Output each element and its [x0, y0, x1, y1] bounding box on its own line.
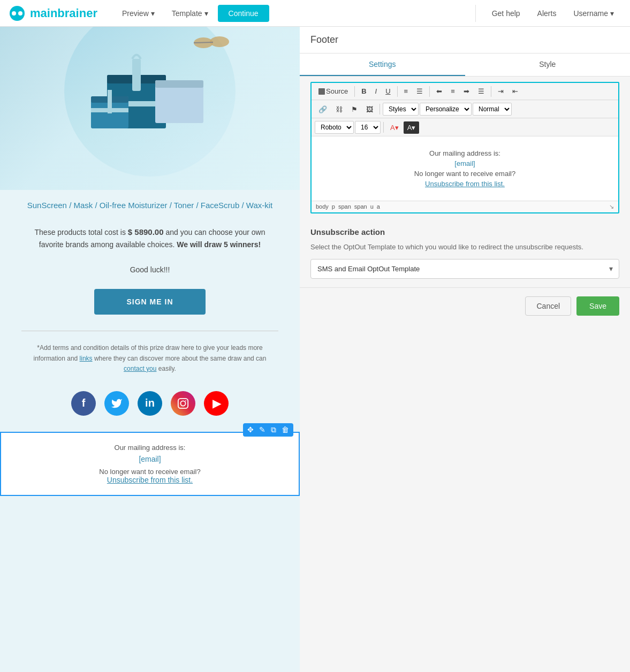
svg-point-2 [18, 11, 22, 16]
indent-button[interactable]: ⇥ [494, 85, 507, 97]
svg-rect-9 [132, 59, 141, 91]
logo-text: mainbrainer [30, 6, 97, 20]
resize-handle[interactable]: ↘ [609, 203, 614, 210]
save-button[interactable]: Save [576, 296, 619, 316]
svg-rect-12 [155, 80, 203, 88]
footer-edit-button[interactable]: ✎ [257, 424, 268, 436]
align-center-button[interactable]: ≡ [447, 85, 459, 97]
footer-delete-button[interactable]: 🗑 [279, 424, 291, 436]
terms-text: *Add terms and condition details of this… [0, 337, 300, 380]
italic-button[interactable]: I [371, 85, 381, 97]
cancel-button[interactable]: Cancel [525, 296, 571, 316]
editor-no-longer-text: No longer want to receive email? [322, 170, 608, 178]
product-links-text[interactable]: SunScreen / Mask / Oil-free Moisturizer … [27, 201, 272, 210]
editor-statusbar: body p span span u a ↘ [312, 201, 618, 212]
toolbar-separator-6 [383, 122, 384, 133]
nav-links: Preview ▾ Template ▾ Continue [115, 5, 475, 22]
linkedin-icon[interactable]: in [138, 391, 162, 416]
youtube-icon[interactable]: ▶ [204, 391, 229, 416]
bold-button[interactable]: B [358, 85, 370, 97]
nav-alerts[interactable]: Alerts [530, 5, 564, 22]
svg-point-19 [185, 400, 186, 401]
facebook-icon[interactable]: f [71, 391, 96, 416]
align-right-button[interactable]: ➡ [460, 85, 473, 97]
right-content-wrap: Source B I U ≡ ☰ ⬅ ≡ ➡ ☰ ⇥ ⇤ [300, 82, 630, 287]
sign-me-in-button[interactable]: SIGN ME IN [94, 289, 205, 315]
hero-circle [64, 27, 236, 177]
settings-tabs: Settings Style [300, 54, 630, 77]
styles-select[interactable]: Styles [383, 103, 419, 116]
terms-contact-link[interactable]: contact you [124, 365, 156, 372]
underline-button[interactable]: U [382, 85, 394, 97]
svg-point-18 [180, 401, 185, 406]
statusbar-tag-span1: span [338, 203, 351, 210]
statusbar-tag-span2: span [354, 203, 367, 210]
editor-content[interactable]: Our mailing address is: [email] No longe… [312, 136, 618, 201]
action-buttons: Cancel Save [300, 287, 630, 324]
prize-text: These products total cost is $ 5890.00 a… [0, 215, 300, 261]
tab-style[interactable]: Style [465, 54, 631, 76]
signup-btn-wrap: SIGN ME IN [0, 278, 300, 325]
editor-mailing-text: Our mailing address is: [322, 149, 608, 157]
prize-amount: $ 5890.00 [128, 227, 164, 236]
align-left-button[interactable]: ⬅ [432, 85, 446, 97]
editor-toolbar-row1: Source B I U ≡ ☰ ⬅ ≡ ➡ ☰ ⇥ ⇤ [312, 83, 618, 100]
terms-links-link[interactable]: links [80, 355, 93, 362]
unsubscribe-action-title: Unsubscribe action [310, 227, 619, 236]
section-divider [21, 331, 278, 331]
outdent-button[interactable]: ⇤ [508, 85, 522, 97]
format-select[interactable]: Normal [473, 103, 512, 116]
footer-mailing-text: Our mailing address is: [12, 444, 288, 452]
statusbar-tags: body p span span u a [316, 203, 380, 210]
chevron-down-icon: ▾ [151, 9, 155, 18]
right-panel: Footer Settings Style Source B I U [300, 27, 630, 672]
twitter-icon[interactable] [104, 391, 129, 416]
bg-color-button[interactable]: A▾ [404, 121, 420, 134]
footer-copy-button[interactable]: ⧉ [269, 424, 278, 436]
chevron-down-icon: ▾ [204, 9, 208, 18]
main-layout: SunScreen / Mask / Oil-free Moisturizer … [0, 27, 630, 672]
size-select[interactable]: 16 [355, 121, 381, 134]
footer-email-link[interactable]: [email] [139, 455, 161, 463]
unsubscribe-select[interactable]: SMS and Email OptOut Template Email OptO… [310, 259, 619, 279]
footer-move-button[interactable]: ✥ [245, 424, 256, 436]
nav-preview[interactable]: Preview ▾ [115, 5, 162, 22]
editor-unsub-link[interactable]: Unsubscribe from this list. [425, 180, 505, 188]
chevron-down-icon: ▾ [610, 9, 614, 18]
unlink-button[interactable]: ⛓ [332, 103, 346, 116]
tab-settings[interactable]: Settings [300, 54, 465, 76]
prize-bold: We will draw 5 winners! [177, 240, 261, 249]
unsubscribe-action-desc: Select the OptOut Template to which you … [310, 242, 619, 253]
list-ol-button[interactable]: ≡ [400, 85, 412, 97]
editor-container: Source B I U ≡ ☰ ⬅ ≡ ➡ ☰ ⇥ ⇤ [310, 82, 619, 213]
svg-point-5 [210, 36, 229, 47]
editor-email-link[interactable]: [email] [454, 159, 475, 167]
nav-username[interactable]: Username ▾ [566, 5, 621, 22]
list-ul-button[interactable]: ☰ [413, 85, 427, 97]
footer-block: ✥ ✎ ⧉ 🗑 Our mailing address is: [email] … [0, 432, 300, 496]
social-icons: f in ▶ [0, 380, 300, 426]
navbar: mainbrainer Preview ▾ Template ▾ Continu… [0, 0, 630, 27]
source-button[interactable]: Source [315, 85, 352, 97]
nav-get-help[interactable]: Get help [484, 5, 528, 22]
svg-point-1 [12, 11, 16, 16]
footer-unsubscribe-link[interactable]: Unsubscribe from this list. [107, 476, 193, 484]
logo: mainbrainer [9, 5, 97, 22]
image-button[interactable]: 🖼 [362, 103, 377, 116]
instagram-icon[interactable] [171, 391, 195, 416]
product-links: SunScreen / Mask / Oil-free Moisturizer … [0, 190, 300, 215]
font-color-button[interactable]: A▾ [386, 121, 403, 134]
statusbar-tag-body: body [316, 203, 329, 210]
flag-button[interactable]: ⚑ [347, 103, 361, 116]
align-justify-button[interactable]: ☰ [474, 85, 488, 97]
hero-area [0, 27, 300, 190]
footer-block-toolbar: ✥ ✎ ⧉ 🗑 [243, 423, 293, 437]
nav-template[interactable]: Template ▾ [164, 5, 216, 22]
font-select[interactable]: Roboto [315, 121, 354, 134]
personalize-select[interactable]: Personalize [420, 103, 472, 116]
email-preview: SunScreen / Mask / Oil-free Moisturizer … [0, 27, 300, 496]
source-icon [318, 88, 325, 95]
unsubscribe-action-section: Unsubscribe action Select the OptOut Tem… [310, 219, 619, 287]
continue-button[interactable]: Continue [218, 5, 269, 22]
link-button[interactable]: 🔗 [315, 103, 331, 116]
